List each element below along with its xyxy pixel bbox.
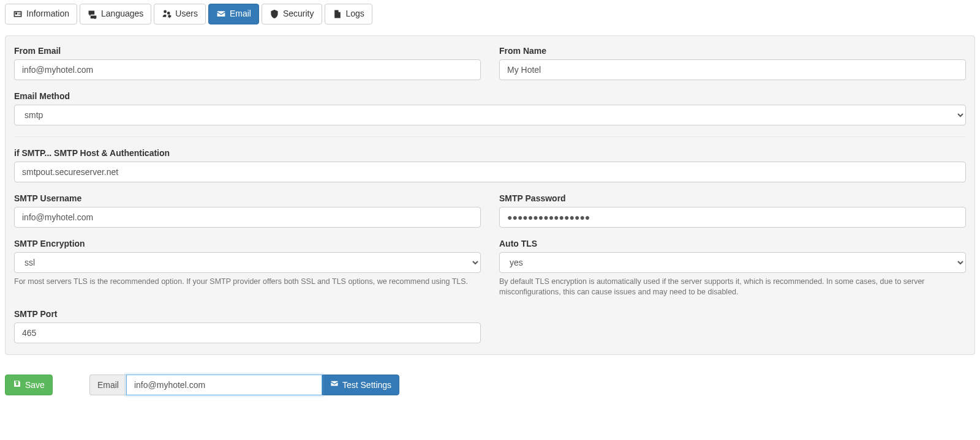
divider: [14, 136, 966, 137]
tab-security[interactable]: Security: [262, 4, 322, 24]
tab-information[interactable]: Information: [5, 4, 77, 24]
tab-label: Languages: [101, 8, 143, 20]
smtp-encryption-help: For most servers TLS is the recommended …: [14, 277, 481, 288]
tab-label: Security: [283, 8, 314, 20]
tab-label: Users: [175, 8, 198, 20]
settings-tabs: Information Languages Users Email Securi…: [5, 4, 975, 24]
tab-users[interactable]: Users: [154, 4, 206, 24]
auto-tls-select[interactable]: yes: [499, 252, 966, 273]
email-method-label: Email Method: [14, 91, 966, 101]
tab-label: Email: [230, 8, 251, 20]
smtp-encryption-label: SMTP Encryption: [14, 239, 481, 248]
envelope-open-icon: [330, 379, 339, 391]
tab-languages[interactable]: Languages: [80, 4, 151, 24]
smtp-host-input[interactable]: [14, 162, 966, 182]
save-button[interactable]: Save: [5, 375, 53, 395]
auto-tls-help: By default TLS encryption is automatical…: [499, 277, 966, 298]
comments-icon: [88, 9, 97, 19]
smtp-username-label: SMTP Username: [14, 193, 481, 203]
users-cog-icon: [162, 9, 172, 19]
smtp-password-label: SMTP Password: [499, 193, 966, 203]
auto-tls-label: Auto TLS: [499, 239, 966, 248]
tab-logs[interactable]: Logs: [325, 4, 372, 24]
smtp-encryption-select[interactable]: ssl: [14, 252, 481, 273]
test-email-input[interactable]: [126, 375, 322, 395]
save-icon: [13, 379, 21, 391]
smtp-username-input[interactable]: [14, 207, 481, 228]
test-email-addon: Email: [89, 375, 126, 395]
from-email-label: From Email: [14, 46, 481, 56]
test-email-group: Email Test Settings: [89, 375, 399, 395]
smtp-host-label: if SMTP... SMTP Host & Authentication: [14, 148, 966, 158]
email-settings-panel: From Email From Name Email Method smtp i…: [5, 35, 975, 355]
save-button-label: Save: [25, 379, 45, 391]
footer-bar: Save Email Test Settings: [5, 375, 975, 395]
from-email-input[interactable]: [14, 59, 481, 80]
test-settings-label: Test Settings: [342, 379, 391, 391]
email-method-select[interactable]: smtp: [14, 105, 966, 125]
file-icon: [333, 9, 342, 19]
shield-icon: [270, 9, 279, 19]
test-settings-button[interactable]: Test Settings: [322, 375, 399, 395]
smtp-port-label: SMTP Port: [14, 309, 481, 319]
from-name-label: From Name: [499, 46, 966, 56]
tab-label: Logs: [346, 8, 364, 20]
from-name-input[interactable]: [499, 59, 966, 80]
smtp-port-input[interactable]: [14, 323, 481, 343]
smtp-password-input[interactable]: [499, 207, 966, 228]
tab-email[interactable]: Email: [208, 4, 259, 24]
envelope-open-icon: [216, 9, 226, 19]
id-card-icon: [13, 9, 23, 19]
tab-label: Information: [26, 8, 69, 20]
